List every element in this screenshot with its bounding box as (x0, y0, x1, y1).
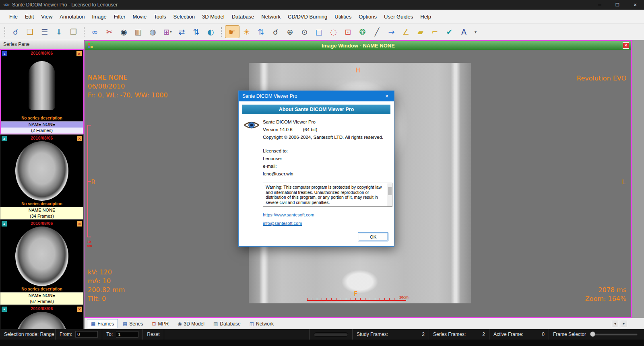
dialog-titlebar[interactable]: Sante DICOM Viewer Pro ✕ (239, 91, 394, 101)
pan-hand-icon[interactable]: ☛ (225, 25, 239, 38)
menu-movie[interactable]: Movie (129, 12, 151, 22)
dicom-header-icon[interactable]: ☰ (37, 25, 52, 38)
select-rect-icon[interactable]: □ (312, 25, 326, 38)
layout-icon[interactable]: ⊞ ▾ (160, 25, 175, 38)
maximize-icon[interactable]: ❐ (609, 0, 626, 10)
menu-selection[interactable]: Selection (170, 12, 198, 22)
tab-frames[interactable]: ▦ Frames (87, 319, 118, 328)
overlay-ma: mA: 10 (88, 277, 125, 286)
series-label[interactable]: NAME NONE (67 Frames) (0, 292, 83, 305)
series-close-icon[interactable]: ✕ (77, 307, 82, 312)
menu-filter[interactable]: Filter (110, 12, 129, 22)
measure-line-icon[interactable]: ╱ (370, 25, 384, 38)
window-level-icon[interactable]: ☀ (239, 25, 254, 38)
status-to-value[interactable]: 1 (116, 331, 138, 338)
menu-cd-dvd-burning[interactable]: CD/DVD Burning (284, 12, 331, 22)
zoom-region-icon[interactable]: ⊕ (283, 25, 297, 38)
copy-clipboard-icon[interactable]: ❐ (66, 25, 81, 38)
status-from-label: From: (60, 332, 72, 337)
xray-rail-right (451, 63, 460, 303)
browse-frames-icon[interactable]: ⇅ (254, 25, 268, 38)
menu-network[interactable]: Network (258, 12, 284, 22)
series-thumbnail[interactable]: ▲ 2010/08/06 ✕ No series description NAM… (0, 220, 84, 305)
dialog-close-icon[interactable]: ✕ (380, 91, 394, 101)
series-label[interactable]: NAME NONE (34 Frames) (0, 207, 83, 219)
color-sphere-icon[interactable]: ❂ (355, 25, 370, 38)
website-link[interactable]: https://www.santesoft.com (263, 211, 391, 219)
ok-button[interactable]: OK (358, 232, 388, 241)
email-link[interactable]: info@santesoft.com (263, 219, 391, 228)
tab-network[interactable]: ◫ Network (246, 319, 278, 328)
window-level-presets-icon[interactable]: ▥ (131, 25, 146, 38)
unlink-series-icon[interactable]: ✂ (102, 25, 117, 38)
flip-vertical-icon[interactable]: ⇅ (189, 25, 204, 38)
series-thumbnail-image[interactable]: ▲ 2010/08/06 ✕ No series description (0, 135, 83, 207)
warning-scrollbar-thumb[interactable] (388, 187, 392, 195)
series-description: No series description (0, 287, 83, 291)
menu-3d-model[interactable]: 3D Model (198, 12, 228, 22)
warning-box: Warning: This computer program is protec… (263, 183, 392, 207)
export-icon[interactable]: ⇓ (52, 25, 66, 38)
tab-3d-model[interactable]: ◉ 3D Model (173, 319, 208, 328)
tab-database[interactable]: ▥ Database (209, 319, 245, 328)
eraser-icon[interactable]: ▰ (413, 25, 428, 38)
menu-utilities[interactable]: Utilities (331, 12, 355, 22)
series-close-icon[interactable]: ✕ (76, 51, 82, 56)
status-spacer (164, 329, 309, 340)
menu-tools[interactable]: Tools (150, 12, 169, 22)
open-folder-icon[interactable]: ❏ (23, 25, 37, 38)
minimize-icon[interactable]: ─ (591, 0, 609, 10)
select-ellipse-icon[interactable]: ◌ (326, 25, 341, 38)
menu-help[interactable]: Help (417, 12, 435, 22)
menu-annotation[interactable]: Annotation (56, 12, 88, 22)
toolbar-grip[interactable] (84, 27, 85, 37)
image-window-titlebar[interactable]: Image Window - NAME NONE ✕ (85, 41, 631, 50)
select-region-icon[interactable]: ⊡ (341, 25, 355, 38)
text-annotation-icon[interactable]: A (457, 25, 471, 38)
series-thumbnail-image[interactable]: ▲ 2010/08/06 ✕ (0, 305, 83, 329)
overlays-eye-icon[interactable]: ◉ (117, 25, 131, 38)
tab-scroll-right-icon[interactable]: ► (621, 321, 627, 327)
series-thumbnail-image[interactable]: 1 2010/08/06 ✕ No series description (1, 50, 83, 121)
arrow-annotation-icon[interactable]: → (384, 25, 399, 38)
image-window-close-icon[interactable]: ✕ (623, 42, 629, 49)
tab-mpr[interactable]: ⊞ MPR (148, 319, 173, 328)
status-from-value[interactable]: 0 (75, 331, 98, 338)
series-pane-header[interactable]: Series Pane (0, 40, 84, 49)
series-close-icon[interactable]: ✕ (77, 136, 82, 141)
series-label[interactable]: NAME NONE (2 Frames) (1, 121, 83, 134)
toolbar-grip[interactable] (4, 27, 6, 37)
menu-image[interactable]: Image (88, 12, 110, 22)
magnifier-icon[interactable]: ⊙ (297, 25, 312, 38)
close-icon[interactable]: ✕ (626, 0, 644, 10)
angle-measure-icon[interactable]: ∠ (399, 25, 413, 38)
menu-view[interactable]: View (37, 12, 56, 22)
tab-series[interactable]: ▤ Series (119, 319, 147, 328)
cobb-angle-icon[interactable]: ⌐ (428, 25, 442, 38)
series-thumbnail[interactable]: ▲ 2010/08/06 ✕ No series description NAM… (0, 134, 84, 220)
menu-file[interactable]: File (6, 12, 21, 22)
link-series-icon[interactable]: ∞ (88, 25, 102, 38)
series-close-icon[interactable]: ✕ (77, 221, 82, 227)
zoom-icon[interactable]: ☌ (268, 25, 283, 38)
verify-icon[interactable]: ✔ (442, 25, 457, 38)
tab-scroll-left-icon[interactable]: ◄ (612, 321, 618, 327)
menu-database[interactable]: Database (228, 12, 258, 22)
menu-options[interactable]: Options (355, 12, 380, 22)
status-reset-button[interactable]: Reset (143, 329, 164, 340)
menu-user-guides[interactable]: User Guides (380, 12, 417, 22)
menu-edit[interactable]: Edit (21, 12, 37, 22)
frame-selector-slider[interactable] (590, 331, 638, 338)
image-attributes-icon[interactable]: ◍ (146, 25, 160, 38)
warning-scrollbar[interactable] (387, 183, 392, 206)
series-thumbnail[interactable]: 1 2010/08/06 ✕ No series description NAM… (0, 49, 84, 134)
toolbar-grip[interactable] (221, 27, 222, 37)
flip-horizontal-icon[interactable]: ⇄ (175, 25, 189, 38)
globe-icon[interactable]: ◐ (204, 25, 218, 38)
dialog-licensee: Lenouser (263, 155, 391, 163)
toolbar-overflow-icon[interactable]: ▾ (475, 30, 477, 34)
series-thumbnail-image[interactable]: ▲ 2010/08/06 ✕ No series description (0, 220, 83, 292)
slider-thumb[interactable] (590, 332, 595, 337)
series-thumbnail[interactable]: ▲ 2010/08/06 ✕ (0, 305, 84, 329)
preview-image-icon[interactable]: ☌ (8, 25, 23, 38)
